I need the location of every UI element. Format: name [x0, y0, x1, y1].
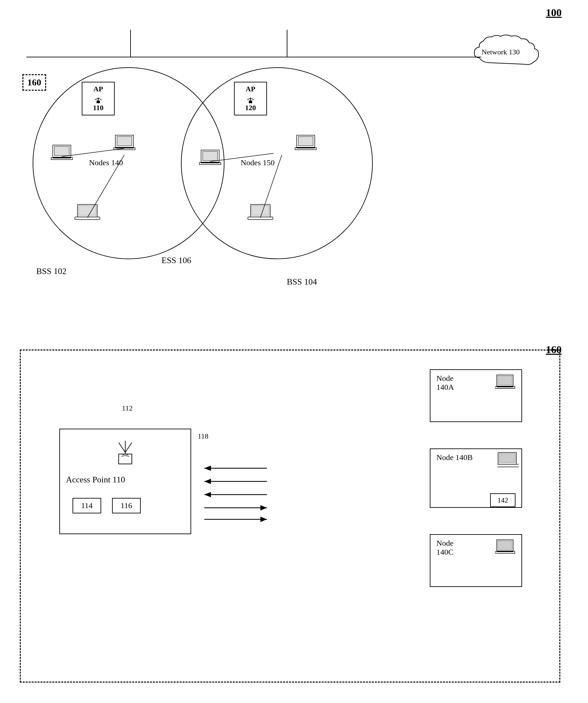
antenna-label-112: 112 — [122, 404, 133, 412]
ess-106-label: ESS 106 — [162, 255, 191, 265]
svg-text:Network 130: Network 130 — [482, 48, 519, 56]
svg-rect-54 — [498, 376, 512, 385]
svg-rect-62 — [498, 541, 512, 550]
svg-marker-48 — [204, 492, 211, 497]
node-140c-icon — [495, 538, 518, 556]
svg-rect-26 — [203, 151, 218, 161]
node-140a-icon — [495, 373, 518, 391]
node-140b-icon — [497, 452, 519, 468]
svg-rect-30 — [298, 137, 313, 146]
svg-rect-14 — [53, 157, 71, 158]
ap-antenna-icon — [112, 436, 139, 469]
vert-line-left — [130, 30, 131, 57]
bss-104-label: BSS 104 — [287, 277, 317, 287]
bidirectional-arrows — [194, 455, 277, 528]
svg-rect-56 — [497, 386, 513, 387]
svg-rect-28 — [201, 162, 219, 163]
svg-rect-34 — [251, 206, 269, 215]
svg-rect-17 — [117, 137, 132, 146]
network-cloud: Network 130 — [469, 33, 562, 77]
svg-marker-44 — [204, 466, 211, 471]
ap-sub-116: 116 — [112, 498, 141, 514]
svg-line-40 — [125, 443, 132, 452]
ap-main-label: Access Point 110 — [66, 475, 125, 485]
node-icons-top — [26, 66, 422, 297]
svg-rect-59 — [499, 453, 515, 463]
svg-rect-12 — [55, 146, 69, 156]
arrow-label-118: 118 — [198, 432, 208, 441]
svg-rect-19 — [115, 147, 134, 148]
svg-marker-46 — [204, 479, 211, 484]
vert-line-right — [287, 30, 287, 57]
node-140a-box: Node 140A — [430, 369, 522, 422]
node-140c-box: Node 140C — [430, 534, 522, 587]
top-horizontal-line — [26, 57, 481, 57]
ap-sub-114: 114 — [73, 498, 101, 514]
svg-marker-52 — [260, 517, 267, 522]
svg-line-38 — [119, 443, 125, 452]
svg-rect-32 — [297, 147, 315, 148]
svg-rect-60 — [497, 464, 519, 467]
figure-number: 100 — [546, 7, 562, 19]
node-142-box: 142 — [490, 493, 515, 507]
nodes-140-label: Nodes 140 — [89, 158, 123, 167]
svg-marker-50 — [260, 505, 267, 511]
nodes-150-label: Nodes 150 — [241, 158, 274, 167]
svg-rect-64 — [497, 551, 513, 552]
bss-102-label: BSS 102 — [36, 266, 67, 276]
